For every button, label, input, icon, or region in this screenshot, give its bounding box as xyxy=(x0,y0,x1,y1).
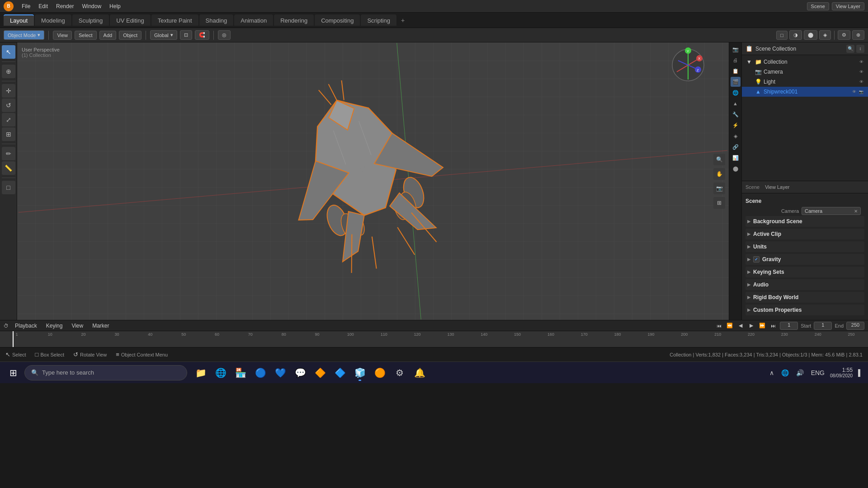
taskbar-blender[interactable]: 🧊 xyxy=(351,364,369,382)
tab-sculpting[interactable]: Sculpting xyxy=(72,14,109,26)
prop-icon-scene[interactable]: 🎬 xyxy=(731,77,741,87)
start-frame-input[interactable]: 1 xyxy=(814,322,832,330)
jump-to-end-btn[interactable]: ⏭ xyxy=(769,322,777,330)
annotate-tool[interactable]: ✏ xyxy=(2,147,15,160)
camera-field-value[interactable]: Camera ✕ xyxy=(802,207,861,215)
units-header[interactable]: ▶ Units xyxy=(745,241,864,252)
collection-eye-icon[interactable]: 👁 xyxy=(858,59,864,65)
play-reverse-btn[interactable]: ◀ xyxy=(736,322,745,330)
add-cube-tool[interactable]: □ xyxy=(2,181,15,194)
timeline-cursor[interactable] xyxy=(13,331,14,347)
viewport-shading-solid[interactable]: ◑ xyxy=(789,30,802,40)
menu-edit[interactable]: Edit xyxy=(35,2,52,10)
menu-file[interactable]: File xyxy=(18,2,34,10)
taskbar-store[interactable]: 🏪 xyxy=(231,364,250,382)
rotate-tool[interactable]: ↺ xyxy=(2,99,15,112)
background-scene-header[interactable]: ▶ Background Scene xyxy=(745,216,864,227)
snap-toggle[interactable]: 🧲 xyxy=(195,30,209,40)
camera-view-btn[interactable]: 📷 xyxy=(713,183,725,194)
end-frame-input[interactable]: 250 xyxy=(846,322,864,330)
menu-render[interactable]: Render xyxy=(52,2,77,10)
transform-pivot[interactable]: ⊡ xyxy=(180,30,192,40)
audio-header[interactable]: ▶ Audio xyxy=(745,279,864,290)
taskbar-file-explorer[interactable]: 📁 xyxy=(192,364,210,382)
taskbar-edge[interactable]: 🌐 xyxy=(212,364,230,382)
prop-icon-world[interactable]: 🌐 xyxy=(731,88,741,98)
move-tool[interactable]: ✛ xyxy=(2,84,15,98)
object-menu[interactable]: Object xyxy=(119,31,142,40)
global-transform[interactable]: Global ▾ xyxy=(150,30,177,40)
viewport-shading-render[interactable]: ◈ xyxy=(819,30,831,40)
light-eye-icon[interactable]: 👁 xyxy=(858,79,864,85)
keying-sets-header[interactable]: ▶ Keying Sets xyxy=(745,267,864,277)
tab-scripting[interactable]: Scripting xyxy=(361,14,396,26)
scene-selector[interactable]: Scene xyxy=(807,2,829,10)
3d-viewport[interactable]: User Perspective (1) Collection xyxy=(17,42,729,320)
taskbar-app9[interactable]: 🟠 xyxy=(371,364,389,382)
start-button[interactable]: ⊞ xyxy=(4,363,23,382)
show-desktop-btn[interactable]: ▌ xyxy=(856,367,864,378)
systray-network-icon[interactable]: 🌐 xyxy=(779,367,791,378)
rigid-body-header[interactable]: ▶ Rigid Body World xyxy=(745,292,864,303)
camera-clear-btn[interactable]: ✕ xyxy=(854,209,858,214)
prop-icon-object[interactable]: ▲ xyxy=(731,99,741,108)
taskbar-slack[interactable]: 💬 xyxy=(291,364,309,382)
taskbar-clock[interactable]: 1:55 08/09/2020 xyxy=(830,367,853,378)
viewlayer-tab-label[interactable]: View Layer xyxy=(765,184,789,190)
systray-lang[interactable]: ENG xyxy=(809,367,826,378)
outliner-light[interactable]: 💡 Light 👁 xyxy=(742,77,868,87)
navigation-gizmo[interactable]: X Y Z xyxy=(670,47,706,83)
tab-layout[interactable]: Layout xyxy=(4,14,34,26)
prop-icon-view-layer[interactable]: 📋 xyxy=(731,66,741,76)
active-clip-header[interactable]: ▶ Active Clip xyxy=(745,229,864,239)
shipwreck-camera-icon[interactable]: 📷 xyxy=(858,89,864,95)
jump-to-start-btn[interactable]: ⏮ xyxy=(715,322,723,330)
prop-icon-material[interactable]: ⬤ xyxy=(731,164,741,174)
object-mode-selector[interactable]: Object Mode ▾ xyxy=(4,30,44,40)
current-frame-input[interactable]: 1 xyxy=(780,322,798,330)
systray-up-icon[interactable]: ∧ xyxy=(768,367,776,378)
custom-props-header[interactable]: ▶ Custom Properties xyxy=(745,305,864,315)
viewport-shading-wire[interactable]: □ xyxy=(776,31,788,40)
taskbar-app6[interactable]: 🔶 xyxy=(311,364,329,382)
zoom-in-btn[interactable]: 🔍 xyxy=(713,154,725,165)
taskbar-chrome[interactable]: 🔵 xyxy=(251,364,269,382)
tab-compositing[interactable]: Compositing xyxy=(315,14,360,26)
prop-icon-render[interactable]: 📷 xyxy=(731,44,741,54)
prop-icon-constraints[interactable]: 🔗 xyxy=(731,142,741,152)
taskbar-app7[interactable]: 🔷 xyxy=(331,364,349,382)
taskbar-app11[interactable]: 🔔 xyxy=(410,364,429,382)
gravity-header[interactable]: ▶ ✓ Gravity xyxy=(745,254,864,265)
prop-icon-modifiers[interactable]: 🔧 xyxy=(731,109,741,119)
gravity-checkbox[interactable]: ✓ xyxy=(753,256,760,263)
menu-window[interactable]: Window xyxy=(78,2,105,10)
viewport-options[interactable]: ⚙ xyxy=(838,30,850,40)
outliner-filter[interactable]: 🔍 xyxy=(846,45,854,53)
scale-tool[interactable]: ⤢ xyxy=(2,113,15,127)
step-forward-btn[interactable]: ⏩ xyxy=(758,322,766,330)
add-workspace-button[interactable]: + xyxy=(397,15,408,26)
outliner-camera[interactable]: 📷 Camera 👁 xyxy=(742,67,868,77)
cursor-tool[interactable]: ⊕ xyxy=(2,65,15,78)
transform-tool[interactable]: ⊞ xyxy=(2,127,15,141)
prop-icon-output[interactable]: 🖨 xyxy=(731,55,741,65)
tab-uv-editing[interactable]: UV Editing xyxy=(110,14,150,26)
viewport-shading-material[interactable]: ⬤ xyxy=(804,30,817,40)
proportional-edit[interactable]: ◎ xyxy=(218,30,231,40)
marker-menu[interactable]: Marker xyxy=(90,322,112,330)
view-menu[interactable]: View xyxy=(53,31,72,40)
select-tool[interactable]: ↖ xyxy=(2,45,15,59)
taskbar-app10[interactable]: ⚙ xyxy=(391,364,409,382)
step-back-btn[interactable]: ⏪ xyxy=(726,322,734,330)
view-layer-selector[interactable]: View Layer xyxy=(832,2,864,10)
playback-menu[interactable]: Playback xyxy=(12,322,40,330)
tab-modeling[interactable]: Modeling xyxy=(35,14,71,26)
play-btn[interactable]: ▶ xyxy=(747,322,755,330)
taskbar-vscode[interactable]: 💙 xyxy=(271,364,289,382)
outliner-collection[interactable]: ▼ 📁 Collection 👁 xyxy=(742,57,868,67)
shipwreck-eye-icon[interactable]: 👁 xyxy=(851,89,857,95)
tab-shading[interactable]: Shading xyxy=(199,14,234,26)
tab-texture-paint[interactable]: Texture Paint xyxy=(151,14,198,26)
gizmo-toggle[interactable]: ⊕ xyxy=(852,30,864,40)
prop-icon-physics[interactable]: ◈ xyxy=(731,131,741,141)
